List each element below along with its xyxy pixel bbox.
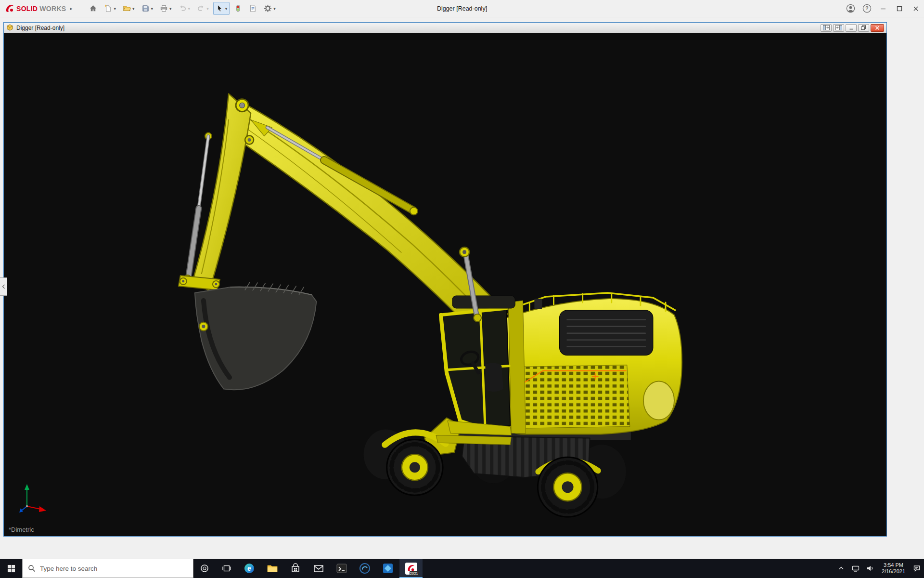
doc-close-button[interactable] [871, 24, 884, 32]
menu-expand-arrow-icon[interactable]: ▸ [70, 6, 72, 11]
rebuild-traffic-light-icon [234, 4, 242, 13]
system-tray: 3:54 PM 2/16/2021 [834, 559, 924, 578]
file-properties-icon [249, 4, 257, 13]
options-dropdown-arrow[interactable]: ▾ [273, 6, 276, 11]
save-icon [141, 4, 150, 13]
open-dropdown-arrow[interactable]: ▾ [132, 6, 135, 11]
help-button[interactable]: ? [859, 0, 875, 17]
edge-icon: e [244, 563, 255, 574]
user-account-button[interactable] [842, 0, 859, 17]
pane-expand-right-icon [835, 25, 842, 30]
network-tray-button[interactable] [848, 559, 863, 578]
undo-button[interactable]: ▾ [176, 2, 193, 15]
bucket [195, 282, 317, 390]
brand-solid-text: SOLID [16, 5, 38, 13]
cab [441, 296, 526, 435]
redo-icon [197, 4, 205, 13]
document-title: Digger [Read-only] [16, 25, 64, 31]
digger-3d-model[interactable] [4, 33, 886, 536]
edrawings-taskbar-button[interactable] [353, 559, 376, 578]
action-center-button[interactable] [910, 559, 924, 578]
hidden-icons-button[interactable] [834, 559, 848, 578]
taskbar-search-input[interactable] [40, 565, 188, 572]
pane-tab-arrow-icon [2, 284, 5, 289]
file-explorer-taskbar-button[interactable] [261, 559, 284, 578]
display-pane-left-button[interactable] [821, 24, 832, 32]
close-icon [912, 5, 919, 12]
display-pane-right-button[interactable] [833, 24, 844, 32]
document-window: Digger [Read-only] [3, 22, 887, 537]
minimize-icon [880, 5, 886, 12]
command-prompt-icon [336, 563, 347, 574]
options-button[interactable]: ▾ [261, 2, 278, 15]
start-button[interactable] [0, 559, 22, 578]
print-dropdown-arrow[interactable]: ▾ [169, 6, 172, 11]
taskbar-search[interactable] [22, 559, 193, 578]
save-button[interactable]: ▾ [139, 2, 156, 15]
cortana-icon [200, 564, 209, 573]
select-dropdown-arrow[interactable]: ▾ [225, 6, 228, 11]
taskbar: e 2021 3:54 PM 2/16/2021 [0, 559, 924, 578]
volume-tray-button[interactable] [863, 559, 877, 578]
photos-taskbar-button[interactable] [376, 559, 399, 578]
undo-dropdown-arrow[interactable]: ▾ [188, 6, 191, 11]
volume-icon [866, 565, 874, 572]
solidworks-app-icon: 2021 [405, 563, 417, 575]
clock-date: 2/16/2021 [882, 568, 905, 575]
maximize-icon [896, 5, 903, 12]
rear-wheel [538, 457, 597, 517]
minimize-button[interactable] [875, 0, 891, 17]
open-button[interactable]: ▾ [120, 2, 137, 15]
new-document-button[interactable]: ▾ [102, 2, 118, 15]
solidworks-taskbar-button[interactable]: 2021 [399, 559, 423, 578]
svg-text:e: e [247, 565, 251, 572]
search-icon [28, 565, 36, 572]
orientation-triad[interactable] [17, 481, 49, 515]
solidworks-logo-icon [5, 4, 14, 13]
redo-dropdown-arrow[interactable]: ▾ [206, 6, 209, 11]
action-center-icon [913, 565, 921, 572]
store-icon [290, 563, 301, 574]
view-orientation-label: *Dimetric [9, 526, 34, 533]
doc-restore-icon [861, 25, 866, 30]
open-folder-icon [123, 4, 131, 13]
photos-icon [382, 563, 394, 574]
desktop: { "titlebar": { "brand_solid": "SOLID", … [0, 0, 924, 578]
task-view-button[interactable] [216, 559, 238, 578]
file-explorer-icon [267, 563, 278, 574]
maximize-button[interactable] [891, 0, 908, 17]
taskbar-clock[interactable]: 3:54 PM 2/16/2021 [877, 559, 910, 578]
mail-taskbar-button[interactable] [307, 559, 330, 578]
solidworks-version-badge: 2021 [410, 571, 419, 576]
edge-taskbar-button[interactable]: e [238, 559, 261, 578]
document-titlebar[interactable]: Digger [Read-only] [4, 23, 886, 33]
help-icon: ? [862, 4, 872, 13]
command-prompt-taskbar-button[interactable] [330, 559, 353, 578]
cortana-button[interactable] [193, 559, 216, 578]
undo-icon [179, 4, 187, 13]
front-wheel [387, 439, 443, 495]
rebuild-button[interactable] [231, 2, 244, 15]
feature-pane-collapsed-tab[interactable] [0, 277, 7, 296]
close-button[interactable] [908, 0, 924, 17]
redo-button[interactable]: ▾ [194, 2, 211, 15]
task-view-icon [222, 564, 231, 573]
edrawings-icon [359, 563, 371, 574]
save-dropdown-arrow[interactable]: ▾ [151, 6, 154, 11]
home-button[interactable] [87, 2, 100, 15]
new-document-dropdown-arrow[interactable]: ▾ [114, 6, 116, 11]
pane-expand-left-icon [823, 25, 830, 30]
store-taskbar-button[interactable] [284, 559, 307, 578]
print-icon [160, 4, 168, 13]
chevron-up-icon [838, 565, 844, 571]
clock-time: 3:54 PM [884, 562, 903, 568]
file-properties-button[interactable] [246, 2, 259, 15]
doc-restore-button[interactable] [858, 24, 869, 32]
graphics-viewport[interactable]: *Dimetric [4, 33, 886, 536]
window-controls: ? [842, 0, 924, 17]
select-button[interactable]: ▾ [213, 2, 230, 15]
doc-minimize-button[interactable] [846, 24, 857, 32]
print-button[interactable]: ▾ [157, 2, 174, 15]
network-icon [852, 565, 860, 572]
main-toolbar: ▾ ▾ ▾ ▾ ▾ ▾ ▾ [87, 2, 278, 15]
